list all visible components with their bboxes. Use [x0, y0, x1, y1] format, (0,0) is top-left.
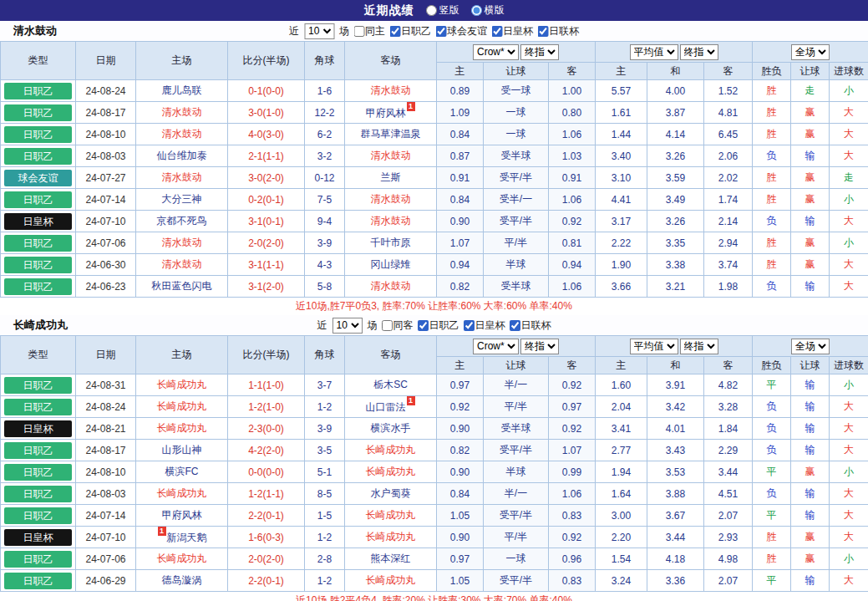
league-filter-checkbox[interactable]: [435, 26, 446, 37]
league-badge: 日职乙: [4, 148, 72, 165]
away-team[interactable]: 长崎成功丸: [366, 509, 416, 521]
home-team[interactable]: 新潟天鹅: [167, 532, 207, 543]
league-filter-checkbox[interactable]: [491, 26, 502, 37]
match-scope-select[interactable]: 全场: [791, 44, 830, 60]
away-team[interactable]: 千叶市原: [371, 237, 411, 248]
away-team[interactable]: 水户蜀葵: [371, 487, 411, 499]
home-team[interactable]: 长崎成功丸: [157, 400, 207, 412]
recent-count-select[interactable]: 10: [304, 23, 334, 39]
closing-odds-select[interactable]: 终指: [520, 44, 559, 60]
home-team[interactable]: 长崎成功丸: [157, 422, 207, 434]
away-team[interactable]: 兰斯: [381, 171, 401, 183]
away-water-odds: 1.06: [549, 189, 596, 211]
league-filter-checkbox[interactable]: [389, 26, 400, 37]
home-team[interactable]: 京都不死鸟: [157, 215, 207, 227]
closing-odds-select-2[interactable]: 终指: [680, 44, 718, 60]
recent-count-select[interactable]: 10: [332, 318, 363, 334]
avg-draw-odds: 4.00: [647, 80, 704, 102]
home-team[interactable]: 长崎成功丸: [157, 379, 207, 390]
home-team[interactable]: 德岛漩涡: [162, 574, 202, 586]
filter-option[interactable]: 球会友谊: [435, 24, 487, 38]
away-team[interactable]: 清水鼓动: [371, 84, 411, 96]
home-team[interactable]: 清水鼓动: [162, 237, 202, 248]
home-team[interactable]: 长崎成功丸: [157, 553, 207, 564]
sub-column-header: 客: [704, 357, 753, 374]
league-filter-checkbox[interactable]: [418, 320, 429, 331]
filter-option[interactable]: 日联杯: [510, 318, 551, 333]
match-row: 日职乙24-08-17山形山神4-2(2-0)3-5长崎成功丸0.82受平/半1…: [1, 440, 868, 461]
home-team[interactable]: 清水鼓动: [162, 128, 202, 140]
horizontal-layout-radio[interactable]: [471, 5, 482, 16]
match-type-cell: 日职乙: [1, 80, 76, 102]
home-team[interactable]: 横滨FC: [165, 466, 199, 477]
away-team[interactable]: 栃木SC: [373, 379, 408, 390]
avg-home-odds: 3.00: [596, 505, 647, 527]
sub-column-header: 和: [647, 357, 704, 374]
away-team[interactable]: 群马草津温泉: [361, 128, 421, 140]
avg-draw-odds: 3.36: [647, 570, 704, 592]
away-team[interactable]: 清水鼓动: [371, 280, 411, 292]
filter-option[interactable]: 日联杯: [537, 24, 579, 38]
summary-stats: 近10场,胜7平0负3, 胜率:70% 让胜率:60% 大率:60% 单率:40…: [0, 298, 868, 315]
corner-score: 1-2: [305, 527, 345, 548]
vertical-layout-radio[interactable]: [426, 5, 437, 16]
away-team[interactable]: 清水鼓动: [371, 215, 411, 227]
home-team[interactable]: 清水鼓动: [162, 171, 202, 183]
home-team-cell: 横滨FC: [136, 461, 228, 483]
filter-option[interactable]: 同客: [382, 318, 414, 333]
away-team-cell: 长崎成功丸: [345, 527, 437, 548]
home-team[interactable]: 山形山神: [162, 444, 202, 456]
match-scope-select[interactable]: 全场: [791, 339, 830, 354]
away-team[interactable]: 山口雷法: [366, 401, 406, 413]
home-team[interactable]: 仙台维加泰: [157, 150, 207, 161]
away-team[interactable]: 长崎成功丸: [366, 466, 416, 477]
filter-option[interactable]: 日职乙: [389, 24, 431, 38]
filter-option[interactable]: 同主: [353, 24, 385, 38]
match-row: 日皇杯24-08-21长崎成功丸2-3(0-0)3-9横滨水手0.90受半球0.…: [1, 418, 868, 440]
same-away-checkbox[interactable]: [382, 320, 393, 331]
away-team[interactable]: 长崎成功丸: [366, 531, 416, 542]
corner-score: 5-8: [305, 276, 345, 298]
avg-draw-odds: 3.91: [647, 374, 704, 396]
odds-source-select[interactable]: Crow*: [473, 339, 519, 354]
filter-option[interactable]: 日皇杯: [464, 318, 505, 333]
away-team[interactable]: 甲府风林: [366, 107, 406, 119]
average-odds-select[interactable]: 平均值: [630, 339, 678, 354]
corner-score: 7-5: [305, 189, 345, 211]
column-header-type: 类型: [1, 42, 76, 80]
closing-odds-select[interactable]: 终指: [520, 339, 559, 354]
result-goals: 大: [830, 505, 868, 527]
away-team[interactable]: 清水鼓动: [371, 150, 411, 161]
odds-source-select[interactable]: Crow*: [473, 44, 519, 60]
away-team[interactable]: 长崎成功丸: [366, 444, 416, 456]
away-team[interactable]: 清水鼓动: [371, 193, 411, 205]
layout-option-horizontal[interactable]: 横版: [471, 3, 505, 18]
average-odds-select[interactable]: 平均值: [630, 44, 678, 60]
league-filter-checkbox[interactable]: [464, 320, 475, 331]
filter-option[interactable]: 日皇杯: [491, 24, 533, 38]
away-team[interactable]: 熊本深红: [371, 553, 411, 564]
home-water-odds: 0.92: [437, 396, 484, 418]
match-type-cell: 日皇杯: [1, 211, 76, 232]
filter-option[interactable]: 日职乙: [418, 318, 459, 333]
league-filter-checkbox[interactable]: [510, 320, 520, 331]
handicap-line: 平/半: [484, 232, 549, 254]
home-team[interactable]: 大分三神: [162, 193, 202, 205]
home-team[interactable]: 鹿儿岛联: [162, 84, 202, 96]
league-filter-checkbox-label: 日职乙: [401, 24, 431, 38]
away-team[interactable]: 横滨水手: [371, 422, 411, 434]
home-team[interactable]: 甲府风林: [162, 509, 202, 521]
league-filter-checkbox[interactable]: [537, 26, 548, 37]
home-team[interactable]: 清水鼓动: [162, 106, 202, 118]
home-team[interactable]: 清水鼓动: [162, 258, 202, 270]
layout-option-vertical[interactable]: 竖版: [426, 3, 459, 18]
away-team[interactable]: 长崎成功丸: [366, 574, 416, 586]
match-score: 2-3(0-0): [228, 418, 305, 440]
home-team[interactable]: 长崎成功丸: [157, 487, 207, 499]
match-row: 日职乙24-08-03长崎成功丸1-2(1-1)8-5水户蜀葵0.84半/一1.…: [1, 483, 868, 505]
away-team[interactable]: 冈山绿雉: [371, 258, 411, 270]
result-handicap: 输: [791, 276, 830, 298]
home-team[interactable]: 秋田蓝色闪电: [152, 280, 212, 292]
closing-odds-select-2[interactable]: 终指: [680, 339, 718, 354]
same-home-checkbox[interactable]: [353, 26, 364, 37]
